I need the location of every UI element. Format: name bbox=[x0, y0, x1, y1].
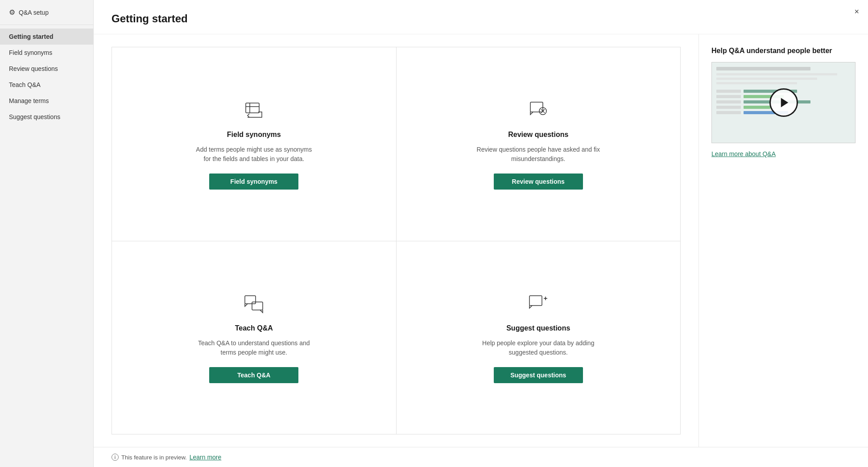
sidebar-label-getting-started: Getting started bbox=[9, 33, 54, 40]
card-desc-teach-qa: Teach Q&A to understand questions and te… bbox=[191, 339, 316, 357]
sidebar-nav: Getting started Field synonyms Review qu… bbox=[0, 25, 93, 125]
card-title-teach-qa: Teach Q&A bbox=[235, 324, 273, 332]
svg-rect-3 bbox=[530, 102, 543, 112]
svg-rect-8 bbox=[252, 302, 263, 310]
card-title-field-synonyms: Field synonyms bbox=[227, 131, 281, 139]
sidebar-item-getting-started[interactable]: Getting started bbox=[0, 29, 93, 45]
card-desc-field-synonyms: Add terms people might use as synonyms f… bbox=[191, 145, 316, 164]
info-icon: i bbox=[112, 454, 119, 461]
dialog: ⚙ Q&A setup Getting started Field synony… bbox=[0, 0, 868, 467]
sidebar-label-teach-qa: Teach Q&A bbox=[9, 81, 41, 88]
thumb-text-2 bbox=[716, 78, 817, 80]
thumb-header-bar bbox=[716, 67, 810, 70]
video-thumbnail[interactable] bbox=[711, 62, 856, 143]
close-button[interactable]: × bbox=[854, 7, 859, 17]
teach-qa-icon bbox=[243, 292, 265, 316]
gear-icon: ⚙ bbox=[9, 8, 15, 17]
cards-row-top: Field synonyms Add terms people might us… bbox=[112, 47, 681, 241]
page-title: Getting started bbox=[112, 12, 850, 25]
suggest-questions-icon bbox=[528, 292, 549, 316]
sidebar-item-field-synonyms[interactable]: Field synonyms bbox=[0, 45, 93, 61]
right-panel-title: Help Q&A understand people better bbox=[711, 47, 856, 55]
dialog-wrapper: ⚙ Q&A setup Getting started Field synony… bbox=[0, 0, 868, 467]
main-body: Field synonyms Add terms people might us… bbox=[94, 34, 868, 447]
main-panel: × Getting started bbox=[94, 0, 868, 467]
thumb-text-1 bbox=[716, 73, 837, 75]
sidebar-label-suggest-questions: Suggest questions bbox=[9, 113, 60, 120]
svg-rect-0 bbox=[246, 103, 259, 113]
field-synonyms-button[interactable]: Field synonyms bbox=[209, 174, 298, 190]
main-header: Getting started bbox=[94, 0, 868, 34]
play-icon bbox=[781, 98, 788, 107]
svg-point-12 bbox=[545, 298, 546, 299]
learn-more-link[interactable]: Learn more about Q&A bbox=[711, 150, 856, 157]
sidebar-header: ⚙ Q&A setup bbox=[0, 0, 93, 25]
card-desc-suggest-questions: Help people explore your data by adding … bbox=[476, 339, 601, 357]
card-desc-review-questions: Review questions people have asked and f… bbox=[476, 145, 601, 164]
footer: i This feature is in preview. Learn more bbox=[94, 447, 868, 467]
sidebar-item-teach-qa[interactable]: Teach Q&A bbox=[0, 77, 93, 93]
sidebar-item-review-questions[interactable]: Review questions bbox=[0, 61, 93, 77]
card-review-questions: Review questions Review questions people… bbox=[396, 47, 681, 241]
sidebar-label-field-synonyms: Field synonyms bbox=[9, 49, 52, 56]
sidebar-title: Q&A setup bbox=[19, 9, 49, 16]
suggest-questions-button[interactable]: Suggest questions bbox=[494, 367, 583, 383]
sidebar-label-review-questions: Review questions bbox=[9, 65, 58, 72]
svg-rect-7 bbox=[245, 296, 256, 304]
sidebar-item-suggest-questions[interactable]: Suggest questions bbox=[0, 109, 93, 125]
card-field-synonyms: Field synonyms Add terms people might us… bbox=[112, 47, 396, 241]
play-button[interactable] bbox=[769, 88, 798, 117]
card-title-suggest-questions: Suggest questions bbox=[506, 324, 570, 332]
card-teach-qa: Teach Q&A Teach Q&A to understand questi… bbox=[112, 241, 396, 435]
card-title-review-questions: Review questions bbox=[508, 131, 568, 139]
sidebar: ⚙ Q&A setup Getting started Field synony… bbox=[0, 0, 94, 467]
footer-text: This feature is in preview. bbox=[121, 454, 187, 461]
review-questions-button[interactable]: Review questions bbox=[494, 174, 583, 190]
thumb-text-3 bbox=[716, 82, 797, 84]
review-questions-icon bbox=[528, 99, 549, 123]
sidebar-label-manage-terms: Manage terms bbox=[9, 97, 49, 104]
card-suggest-questions: Suggest questions Help people explore yo… bbox=[396, 241, 681, 435]
footer-learn-more-link[interactable]: Learn more bbox=[190, 454, 222, 461]
teach-qa-button[interactable]: Teach Q&A bbox=[209, 367, 298, 383]
cards-area: Field synonyms Add terms people might us… bbox=[94, 34, 699, 447]
svg-rect-9 bbox=[529, 296, 542, 306]
field-synonyms-icon bbox=[243, 99, 265, 123]
cards-row-bottom: Teach Q&A Teach Q&A to understand questi… bbox=[112, 241, 681, 435]
sidebar-item-manage-terms[interactable]: Manage terms bbox=[0, 93, 93, 109]
right-panel: Help Q&A understand people better bbox=[699, 34, 868, 447]
